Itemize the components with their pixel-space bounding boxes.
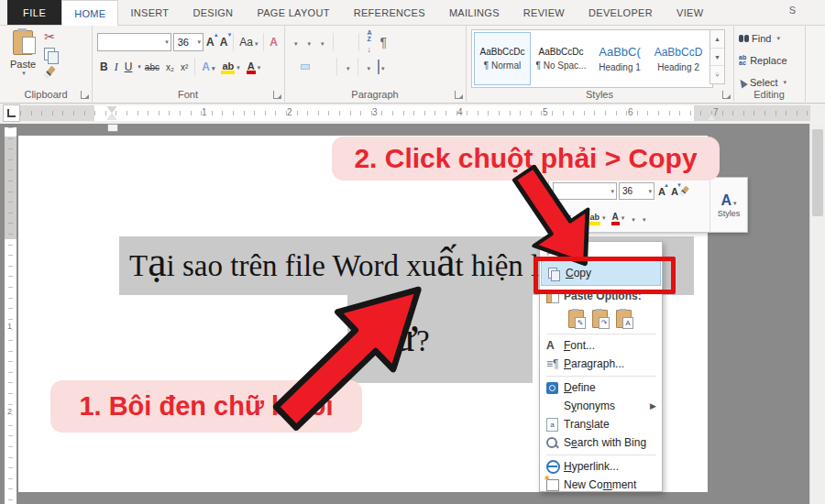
mini-font-size-combo[interactable]: 36▾	[619, 182, 654, 200]
shading-button[interactable]: ▾	[363, 60, 374, 73]
find-button[interactable]: Find▾	[739, 33, 780, 44]
tab-design[interactable]: DESIGN	[181, 0, 245, 25]
text-effects-button[interactable]: A▾	[199, 60, 217, 73]
clear-formatting-button[interactable]: A	[267, 36, 280, 49]
underline-button[interactable]: U	[122, 60, 136, 73]
horizontal-ruler: 1 2 3 4 5 6 7	[0, 103, 825, 124]
underline-dropdown-arrow[interactable]: ▾	[138, 63, 141, 71]
styles-dialog-launcher[interactable]	[722, 91, 731, 99]
tab-mailings[interactable]: MAILINGS	[437, 0, 512, 25]
justify-button[interactable]	[323, 64, 332, 70]
paste-keep-source-formatting-button[interactable]: ✎	[568, 310, 584, 328]
paste-icon	[13, 30, 33, 55]
font-name-dropdown-arrow[interactable]: ▾	[165, 38, 169, 46]
font-size-dropdown-arrow[interactable]: ▾	[198, 38, 202, 46]
tab-references[interactable]: REFERENCES	[342, 0, 437, 25]
styles-more-icon[interactable]: ⩒	[710, 66, 724, 83]
menu-item-hyperlink[interactable]: Hyperlink...	[540, 457, 662, 476]
grow-font-button[interactable]: A▲	[204, 36, 217, 49]
styles-scroll-down-icon[interactable]: ▼	[710, 49, 724, 67]
menu-item-synonyms[interactable]: Synonyms ▶	[540, 397, 662, 415]
right-indent-marker[interactable]	[707, 114, 716, 120]
line-spacing-button[interactable]: ▾	[342, 60, 353, 73]
font-group-label: Font	[92, 89, 284, 100]
menu-item-search-with-bing[interactable]: Search with Bing	[540, 433, 662, 452]
format-painter-icon[interactable]	[43, 66, 56, 80]
styles-gallery-scroll[interactable]: ▲ ▼ ⩒	[710, 29, 725, 84]
paste-button[interactable]: Paste ▾	[7, 30, 38, 91]
shrink-font-button[interactable]: A▼	[217, 36, 231, 49]
subscript-button[interactable]: x₂	[163, 62, 177, 72]
clipboard-dialog-launcher[interactable]	[81, 91, 89, 99]
numbering-button[interactable]: ▾	[303, 36, 314, 49]
ruler-number: 3	[372, 107, 378, 117]
left-indent-marker[interactable]	[107, 114, 116, 120]
styles-group-label: Styles	[466, 89, 733, 100]
paste-merge-formatting-button[interactable]: ↷	[592, 310, 608, 328]
ruler-number: 2	[7, 407, 12, 416]
menu-item-font[interactable]: A Font...	[540, 336, 662, 355]
menu-item-paragraph[interactable]: ≡¶ Paragraph...	[540, 355, 662, 373]
group-editing: Find▾ abac Replace Select▾ Editing	[733, 26, 806, 102]
cut-icon[interactable]: ✂	[44, 31, 55, 42]
ruler-number: 4	[457, 107, 463, 117]
text-highlight-button[interactable]: ab▾	[218, 60, 242, 74]
align-center-button[interactable]	[301, 64, 310, 70]
align-left-button[interactable]	[290, 64, 299, 70]
submenu-arrow-icon: ▶	[650, 401, 656, 411]
show-formatting-marks-button[interactable]: ¶	[378, 35, 390, 49]
define-icon	[546, 382, 558, 394]
group-clipboard: Paste ▾ ✂ Clipboard	[0, 26, 93, 102]
vertical-ruler: 1 2	[5, 127, 16, 504]
strikethrough-button[interactable]: abc	[142, 62, 162, 72]
style-heading2[interactable]: AaBbCcD Heading 2	[650, 32, 707, 85]
paste-keep-text-only-button[interactable]: A	[616, 310, 632, 328]
font-dialog-launcher[interactable]	[273, 91, 281, 99]
mini-grow-font-button[interactable]: A▲	[656, 186, 667, 197]
italic-button[interactable]: I	[112, 60, 121, 74]
paste-dropdown-arrow[interactable]: ▾	[22, 70, 26, 77]
tab-home[interactable]: HOME	[61, 0, 118, 26]
select-button[interactable]: Select▾	[739, 77, 786, 88]
sign-in-partial: S	[789, 5, 796, 16]
multilevel-list-button[interactable]: ▾	[316, 36, 327, 49]
tab-page-layout[interactable]: PAGE LAYOUT	[245, 0, 341, 25]
paragraph-dialog-launcher[interactable]	[455, 91, 463, 99]
replace-button[interactable]: abac Replace	[739, 55, 787, 66]
menu-item-define[interactable]: Define	[540, 378, 662, 397]
style-normal[interactable]: AaBbCcDc ¶ Normal	[474, 32, 531, 85]
tab-insert[interactable]: INSERT	[118, 0, 181, 25]
tab-review[interactable]: REVIEW	[512, 0, 577, 25]
mini-numbering-button[interactable]: ▾	[639, 213, 648, 224]
bold-button[interactable]: B	[97, 60, 111, 73]
style-no-spacing[interactable]: AaBbCcDc ¶ No Spac...	[533, 32, 589, 85]
font-size-combo[interactable]: 36 ▾	[173, 33, 204, 51]
change-case-button[interactable]: Aa▾	[236, 36, 260, 49]
mini-styles-button[interactable]: A▾ Styles	[710, 178, 747, 232]
scrollbar-thumb[interactable]	[812, 129, 823, 216]
superscript-button[interactable]: x²	[178, 62, 191, 72]
tab-developer[interactable]: DEVELOPER	[577, 0, 665, 25]
vertical-scrollbar[interactable]	[809, 124, 825, 504]
menu-item-new-comment[interactable]: New Comment	[540, 476, 662, 492]
borders-button[interactable]: ▾	[375, 60, 388, 73]
copy-icon[interactable]	[44, 48, 55, 60]
menu-item-translate[interactable]: a Translate	[540, 415, 662, 433]
sort-button[interactable]: AZ ↓	[365, 29, 375, 55]
left-indent-box-marker[interactable]	[107, 124, 118, 132]
group-styles: AaBbCcDc ¶ Normal AaBbCcDc ¶ No Spac... …	[466, 26, 734, 102]
first-line-indent-marker[interactable]	[107, 106, 116, 113]
mini-shrink-font-button[interactable]: A▼	[669, 186, 680, 197]
search-icon	[546, 437, 557, 448]
align-right-button[interactable]	[312, 64, 321, 70]
mini-bullets-button[interactable]: ▾	[628, 213, 637, 224]
font-name-combo[interactable]: ▾	[97, 33, 171, 51]
tab-file[interactable]: FILE	[7, 0, 61, 25]
font-color-button[interactable]: A▾	[244, 60, 263, 74]
tab-view[interactable]: VIEW	[665, 0, 715, 25]
style-heading1[interactable]: AaBbC( Heading 1	[591, 32, 648, 85]
styles-scroll-up-icon[interactable]: ▲	[710, 30, 724, 49]
tab-stop-selector[interactable]	[3, 104, 20, 122]
mini-font-color-button[interactable]: A▾	[610, 211, 627, 225]
bullets-button[interactable]: ▾	[290, 36, 301, 49]
